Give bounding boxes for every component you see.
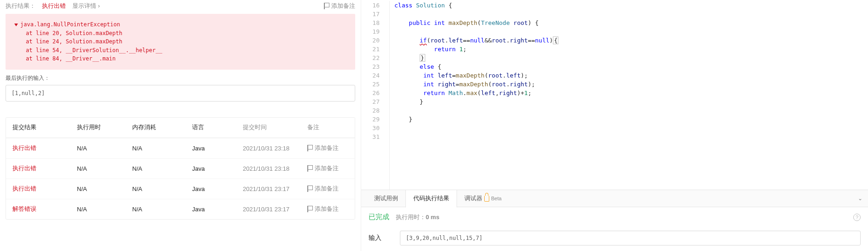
tab-debugger-label: 调试器: [464, 194, 482, 203]
code-line[interactable]: }: [394, 115, 558, 124]
add-note-button[interactable]: 添加备注: [324, 2, 355, 10]
cell-time: N/A: [77, 185, 132, 192]
input-value-box[interactable]: [3,9,20,null,null,15,7]: [400, 231, 861, 245]
flag-icon: [307, 165, 313, 172]
line-number: 16: [361, 1, 380, 10]
line-number: 25: [361, 80, 380, 89]
code-editor[interactable]: 16171819202122232425262728293031 class S…: [361, 0, 868, 190]
exception-title: java.lang.NullPointerException: [20, 21, 120, 28]
code-line[interactable]: public int maxDepth(TreeNode root) {: [394, 18, 558, 27]
code-line[interactable]: }: [394, 54, 558, 62]
result-status: 执行出错: [42, 2, 66, 10]
cell-add-note[interactable]: 添加备注: [307, 144, 348, 152]
bottom-tabs-bar: 测试用例 代码执行结果 调试器 Beta ⌄: [361, 190, 868, 207]
cell-lang: Java: [192, 145, 243, 152]
result-header: 执行结果： 执行出错 显示详情 › 添加备注: [6, 0, 355, 12]
line-number: 24: [361, 71, 380, 80]
error-stack-trace[interactable]: java.lang.NullPointerException at line 2…: [6, 14, 355, 70]
lock-icon: [484, 196, 489, 202]
cell-lang: Java: [192, 185, 243, 192]
code-line[interactable]: if(root.left==null&&root.right==null){: [394, 36, 558, 45]
col-header-lang: 语言: [192, 123, 243, 131]
col-header-mem: 内存消耗: [132, 123, 192, 131]
line-number: 22: [361, 54, 380, 62]
col-header-submit: 提交时间: [243, 123, 307, 131]
cell-lang: Java: [192, 206, 243, 213]
code-line[interactable]: int left=maxDepth(root.left);: [394, 71, 558, 80]
trace-line: at line 24, Solution.maxDepth: [15, 37, 346, 46]
code-line[interactable]: [394, 27, 558, 36]
table-row[interactable]: 执行出错N/AN/AJava2021/10/31 23:18添加备注: [6, 158, 355, 179]
cell-result: 执行出错: [12, 144, 77, 152]
cell-add-note[interactable]: 添加备注: [307, 185, 348, 193]
line-number: 30: [361, 124, 380, 132]
bottom-result-panel: 已完成 执行用时：0 ms ? 输入 [3,9,20,null,null,15,…: [361, 207, 868, 251]
flag-icon: [324, 3, 329, 9]
submissions-table: 提交结果 执行用时 内存消耗 语言 提交时间 备注 执行出错N/AN/AJava…: [6, 117, 355, 220]
col-header-notes: 备注: [307, 123, 348, 131]
trace-line: at line 20, Solution.maxDepth: [15, 29, 346, 38]
table-header-row: 提交结果 执行用时 内存消耗 语言 提交时间 备注: [6, 118, 355, 138]
line-number: 19: [361, 27, 380, 36]
collapse-arrow-icon[interactable]: [14, 24, 18, 26]
cell-time: N/A: [77, 145, 132, 152]
line-number: 29: [361, 115, 380, 124]
col-header-time: 执行用时: [77, 123, 132, 131]
code-line[interactable]: class Solution {: [394, 1, 558, 10]
code-line[interactable]: [394, 132, 558, 141]
chevron-down-icon[interactable]: ⌄: [858, 195, 862, 202]
code-line[interactable]: return 1;: [394, 45, 558, 54]
line-number: 27: [361, 97, 380, 106]
code-line[interactable]: else {: [394, 62, 558, 71]
cell-submit: 2021/10/31 23:18: [243, 145, 307, 152]
input-label: 输入: [369, 234, 381, 242]
trace-line: at line 54, __DriverSolution__.__helper_…: [15, 46, 346, 55]
last-input-value[interactable]: [1,null,2]: [6, 85, 355, 102]
cell-lang: Java: [192, 165, 243, 172]
cell-add-note[interactable]: 添加备注: [307, 205, 348, 213]
code-line[interactable]: [394, 106, 558, 115]
beta-badge: Beta: [491, 196, 502, 201]
cell-mem: N/A: [132, 185, 192, 192]
table-row[interactable]: 解答错误N/AN/AJava2021/10/31 23:17添加备注: [6, 199, 355, 219]
line-number: 18: [361, 18, 380, 27]
info-icon[interactable]: ?: [853, 214, 861, 221]
cell-submit: 2021/10/31 23:17: [243, 185, 307, 192]
code-line[interactable]: return Math.max(left,right)+1;: [394, 89, 558, 97]
cell-result: 执行出错: [12, 164, 77, 173]
line-number: 21: [361, 45, 380, 54]
code-line[interactable]: }: [394, 97, 558, 106]
trace-line: at line 84, __Driver__.main: [15, 54, 346, 63]
cell-mem: N/A: [132, 206, 192, 213]
cell-add-note[interactable]: 添加备注: [307, 164, 348, 173]
code-line[interactable]: [394, 10, 558, 18]
code-line[interactable]: int right=maxDepth(root.right);: [394, 80, 558, 89]
line-number: 28: [361, 106, 380, 115]
line-number: 23: [361, 62, 380, 71]
flag-icon: [307, 206, 313, 212]
tab-debugger[interactable]: 调试器 Beta: [457, 190, 509, 207]
cell-submit: 2021/10/31 23:18: [243, 165, 307, 172]
flag-icon: [307, 185, 313, 192]
line-number: 20: [361, 36, 380, 45]
table-row[interactable]: 执行出错N/AN/AJava2021/10/31 23:18添加备注: [6, 138, 355, 158]
show-details-link[interactable]: 显示详情 ›: [72, 2, 100, 10]
flag-icon: [307, 145, 313, 151]
cell-mem: N/A: [132, 145, 192, 152]
tab-code-result[interactable]: 代码执行结果: [405, 190, 457, 208]
last-input-label: 最后执行的输入：: [6, 74, 355, 82]
table-row[interactable]: 执行出错N/AN/AJava2021/10/31 23:17添加备注: [6, 179, 355, 199]
code-line[interactable]: [394, 124, 558, 132]
add-note-label: 添加备注: [331, 2, 355, 10]
cell-result: 解答错误: [12, 205, 77, 213]
cell-result: 执行出错: [12, 185, 77, 193]
cell-time: N/A: [77, 165, 132, 172]
line-number: 31: [361, 132, 380, 141]
line-number: 17: [361, 10, 380, 18]
result-label: 执行结果：: [6, 2, 35, 10]
line-number: 26: [361, 89, 380, 97]
tab-testcase[interactable]: 测试用例: [367, 190, 405, 207]
cell-submit: 2021/10/31 23:17: [243, 206, 307, 213]
col-header-result: 提交结果: [12, 123, 77, 131]
runtime-text: 执行用时：0 ms: [396, 213, 440, 221]
